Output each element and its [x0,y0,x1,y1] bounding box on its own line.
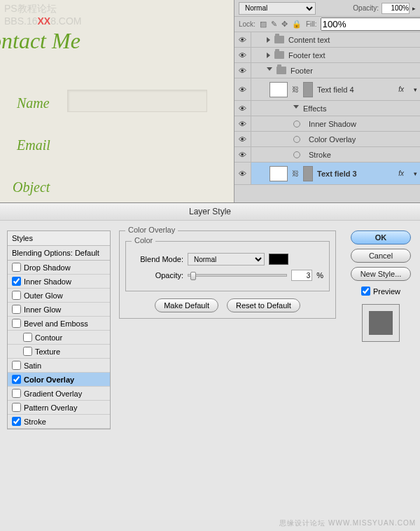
lock-paint-icon[interactable]: ✎ [271,20,277,29]
make-default-button[interactable]: Make Default [155,298,218,312]
dialog-title: Layer Style [0,203,420,221]
expand-icon[interactable] [267,37,270,43]
cancel-button[interactable]: Cancel [351,249,411,263]
label-name: Name [17,95,50,111]
checkbox[interactable] [12,361,21,370]
ok-button[interactable]: OK [351,230,411,244]
color-overlay-group: Color Overlay Color Blend Mode: Normal O… [119,230,336,319]
expand-icon[interactable] [267,53,270,58]
blend-row: Normal Opacity: ▸ [234,0,420,17]
opacity-value[interactable] [291,270,312,281]
checkbox[interactable] [12,263,21,272]
layer-row[interactable]: 👁 ⛓Text field 4fx▾ [234,78,420,101]
opacity-label: Opacity: [353,4,379,12]
preview-toggle[interactable]: Preview [361,287,400,296]
effect-item[interactable]: 👁Inner Shadow [234,116,420,132]
style-contour[interactable]: Contour [8,331,110,345]
visibility-toggle[interactable]: 👁 [234,132,251,146]
blend-mode-select[interactable]: Normal [239,2,316,15]
style-inner-glow[interactable]: Inner Glow [8,303,110,317]
blend-mode-select[interactable]: Normal [188,253,265,266]
lock-all-icon[interactable]: 🔒 [292,20,302,29]
checkbox[interactable] [12,417,21,426]
effect-item[interactable]: 👁Stroke [234,147,420,163]
visibility-toggle[interactable]: 👁 [234,101,251,116]
preview-checkbox[interactable] [361,287,370,296]
fill-input[interactable] [321,18,420,31]
style-drop-shadow[interactable]: Drop Shadow [8,261,110,275]
link-icon[interactable]: ⛓ [292,85,299,93]
checkbox[interactable] [12,291,21,300]
footer-watermark: 思缘设计论坛 WWW.MISSYUAN.COM [279,518,416,528]
style-pattern-overlay[interactable]: Pattern Overlay [8,401,110,415]
label-email: Email [17,137,50,153]
label-object: Object [13,179,50,195]
visibility-toggle[interactable]: 👁 [234,78,251,100]
checkbox[interactable] [23,333,32,342]
watermark-line1: PS教程论坛 [4,3,82,15]
style-bevel[interactable]: Bevel and Emboss [8,317,110,331]
visibility-toggle[interactable]: 👁 [234,48,251,62]
checkbox[interactable] [12,375,21,384]
blend-mode-label: Blend Mode: [132,255,183,263]
checkbox[interactable] [12,319,21,328]
folder-icon [276,67,286,74]
styles-list: Styles Blending Options: Default Drop Sh… [7,230,111,429]
contact-title: ontact Me [0,28,80,54]
expand-icon[interactable] [293,105,299,111]
style-gradient-overlay[interactable]: Gradient Overlay [8,387,110,401]
layer-group-row[interactable]: 👁 Content text [234,32,420,48]
styles-header[interactable]: Styles [8,231,110,246]
checkbox[interactable] [12,277,21,286]
color-group: Color Blend Mode: Normal Opacity: % [125,241,330,291]
visibility-toggle[interactable]: 👁 [234,116,251,131]
visibility-toggle[interactable]: 👁 [234,63,251,78]
visibility-toggle[interactable]: 👁 [234,147,251,162]
style-texture[interactable]: Texture [8,345,110,359]
lock-transparent-icon[interactable]: ▨ [260,20,267,29]
folder-icon [274,51,284,59]
preview-swatch [369,311,393,335]
link-icon[interactable]: ⛓ [292,170,299,177]
layer-group-row[interactable]: 👁 Footer text [234,48,420,63]
watermark: PS教程论坛 BBS.16XX8.COM [4,3,82,27]
canvas-area: PS教程论坛 BBS.16XX8.COM ontact Me Name Emai… [0,0,234,203]
visibility-toggle[interactable]: 👁 [234,163,251,184]
blending-options[interactable]: Blending Options: Default [8,246,110,261]
checkbox[interactable] [23,347,32,356]
watermark-line2: BBS.16XX8.COM [4,15,82,27]
folder-icon [274,36,284,43]
effect-icon [293,151,300,158]
layer-thumb [270,166,288,181]
layer-row-selected[interactable]: 👁 ⛓Text field 3fx▾ [234,163,420,185]
visibility-toggle[interactable]: 👁 [234,32,251,47]
opacity-slider[interactable] [188,274,287,277]
lock-move-icon[interactable]: ✥ [281,20,288,29]
style-stroke[interactable]: Stroke [8,415,110,429]
checkbox[interactable] [12,389,21,398]
style-satin[interactable]: Satin [8,359,110,373]
effect-item[interactable]: 👁Color Overlay [234,132,420,147]
color-swatch[interactable] [269,254,288,265]
reset-default-button[interactable]: Reset to Default [227,298,300,312]
effects-row[interactable]: 👁 Effects [234,101,420,116]
new-style-button[interactable]: New Style... [351,267,411,281]
dialog-buttons: OK Cancel New Style... Preview [349,230,413,342]
checkbox[interactable] [12,403,21,412]
layers-panel: Normal Opacity: ▸ Lock: ▨ ✎ ✥ 🔒 Fill: ▸ … [234,0,420,203]
checkbox[interactable] [12,305,21,314]
layer-group-row[interactable]: 👁 Footer [234,63,420,78]
layer-style-dialog: Layer Style Styles Blending Options: Def… [0,202,420,520]
expand-icon[interactable] [267,67,272,74]
opacity-input[interactable] [382,3,410,14]
style-outer-glow[interactable]: Outer Glow [8,289,110,303]
mask-thumb [303,166,313,181]
text-field-input[interactable] [67,90,207,112]
style-inner-shadow[interactable]: Inner Shadow [8,275,110,289]
mask-thumb [303,82,313,97]
style-color-overlay[interactable]: Color Overlay [8,373,110,387]
preview-box [362,304,400,342]
content-pane: Color Overlay Color Blend Mode: Normal O… [119,230,336,324]
layer-thumb [270,82,288,97]
opacity-label: Opacity: [132,271,183,280]
